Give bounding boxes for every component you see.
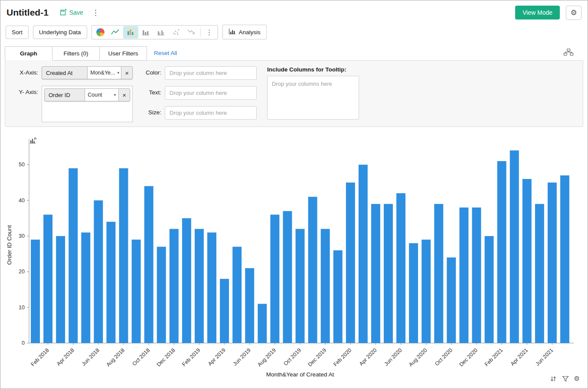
stacked-bar-chart-icon[interactable] bbox=[138, 26, 154, 39]
svg-text:Feb 2019: Feb 2019 bbox=[181, 347, 201, 367]
chart-settings-icon[interactable]: ⚙ bbox=[574, 375, 580, 383]
tab-bar: Graph Filters (0) User Filters Reset All bbox=[0, 46, 588, 60]
svg-text:Apr 2019: Apr 2019 bbox=[207, 347, 227, 367]
pie-chart-icon[interactable] bbox=[93, 26, 108, 39]
svg-text:30: 30 bbox=[19, 233, 25, 239]
chart-tools: ⚙ bbox=[550, 375, 580, 383]
svg-text:Apr 2020: Apr 2020 bbox=[358, 347, 378, 367]
svg-text:Dec 2020: Dec 2020 bbox=[458, 347, 479, 368]
svg-text:Feb 2020: Feb 2020 bbox=[332, 347, 353, 367]
text-label: Text: bbox=[143, 86, 161, 96]
analysis-button[interactable]: Analysis bbox=[222, 25, 267, 39]
chart-config-panel: X-Axis: Created At Mon&Ye... ▾ × Y- Axis… bbox=[5, 60, 583, 127]
chart-sort-icon[interactable] bbox=[550, 376, 557, 382]
tab-graph[interactable]: Graph bbox=[5, 46, 52, 61]
svg-text:Oct 2020: Oct 2020 bbox=[434, 347, 454, 367]
svg-text:Jun 2019: Jun 2019 bbox=[232, 347, 252, 367]
chevron-down-icon: ▾ bbox=[117, 71, 119, 75]
svg-text:Aug 2018: Aug 2018 bbox=[105, 347, 126, 368]
top-header: Untitled-1 Save ⋮ View Mode ⚙ bbox=[0, 0, 588, 23]
y-axis-function-value: Count bbox=[88, 92, 102, 98]
svg-text:Oct 2019: Oct 2019 bbox=[282, 347, 302, 367]
svg-text:Month&Year of Created At: Month&Year of Created At bbox=[266, 371, 334, 378]
color-placeholder: Drop your column here bbox=[170, 70, 227, 76]
analysis-icon bbox=[229, 28, 236, 36]
tab-user-filters[interactable]: User Filters bbox=[99, 46, 147, 61]
save-button[interactable]: Save bbox=[60, 9, 83, 17]
svg-text:Aug 2019: Aug 2019 bbox=[256, 347, 277, 368]
svg-text:Jun 2018: Jun 2018 bbox=[81, 347, 101, 367]
settings-button[interactable]: ⚙ bbox=[566, 6, 581, 20]
bar-chart[interactable]: 01020304050Feb 2018Apr 2018Jun 2018Aug 2… bbox=[6, 130, 583, 380]
svg-text:Feb 2021: Feb 2021 bbox=[483, 347, 504, 367]
svg-text:20: 20 bbox=[19, 269, 25, 275]
hierarchy-icon[interactable] bbox=[563, 49, 574, 58]
grouped-bar-chart-icon[interactable] bbox=[154, 26, 169, 39]
svg-text:Jun 2020: Jun 2020 bbox=[383, 347, 403, 367]
svg-text:Feb 2018: Feb 2018 bbox=[29, 347, 50, 367]
size-label: Size: bbox=[143, 106, 161, 116]
tooltip-column: Include Columns for Tooltip: Drop your c… bbox=[267, 66, 359, 120]
encoding-column: Color: Drop your column here Text: Drop … bbox=[143, 66, 257, 120]
svg-text:Apr 2021: Apr 2021 bbox=[510, 347, 529, 367]
svg-text:Jun 2021: Jun 2021 bbox=[534, 347, 554, 367]
save-icon bbox=[60, 9, 67, 17]
tab-filters[interactable]: Filters (0) bbox=[52, 46, 100, 61]
color-dropzone[interactable]: Drop your column here bbox=[165, 66, 257, 80]
y-axis-field-pill[interactable]: Order ID Count ▾ × bbox=[44, 88, 130, 101]
size-dropzone[interactable]: Drop your column here bbox=[165, 106, 257, 120]
chart-toolbar: Sort Underlying Data bbox=[0, 23, 588, 43]
sort-button[interactable]: Sort bbox=[6, 26, 29, 39]
y-axis-dropzone[interactable]: Order ID Count ▾ × bbox=[42, 86, 133, 122]
underlying-data-button[interactable]: Underlying Data bbox=[33, 26, 87, 39]
reset-all-link[interactable]: Reset All bbox=[154, 50, 177, 56]
chart-area: 01020304050Feb 2018Apr 2018Jun 2018Aug 2… bbox=[6, 130, 582, 386]
size-placeholder: Drop your column here bbox=[170, 110, 227, 116]
text-placeholder: Drop your column here bbox=[170, 90, 227, 96]
y-axis-function-select[interactable]: Count ▾ bbox=[85, 89, 118, 101]
title-more-icon[interactable]: ⋮ bbox=[89, 9, 102, 16]
tooltip-placeholder: Drop your columns here bbox=[272, 81, 332, 87]
svg-text:10: 10 bbox=[19, 305, 25, 311]
y-axis-remove-icon[interactable]: × bbox=[118, 89, 130, 101]
chevron-down-icon: ▾ bbox=[114, 93, 116, 97]
svg-text:Dec 2019: Dec 2019 bbox=[307, 347, 328, 368]
x-axis-field-name: Created At bbox=[42, 67, 87, 79]
scatter-chart-icon[interactable] bbox=[169, 26, 184, 39]
save-label: Save bbox=[69, 9, 83, 16]
svg-text:40: 40 bbox=[19, 198, 25, 204]
x-axis-remove-icon[interactable]: × bbox=[121, 67, 132, 79]
view-mode-button[interactable]: View Mode bbox=[515, 6, 560, 19]
x-axis-field-pill[interactable]: Created At Mon&Ye... ▾ × bbox=[42, 66, 133, 79]
color-label: Color: bbox=[143, 66, 161, 76]
text-dropzone[interactable]: Drop your column here bbox=[165, 86, 257, 100]
bar-chart-icon[interactable] bbox=[123, 26, 138, 39]
y-axis-field-name: Order ID bbox=[45, 89, 85, 101]
line-chart-icon[interactable] bbox=[108, 26, 123, 39]
x-axis-label: X-Axis: bbox=[9, 66, 38, 76]
x-axis-function-value: Mon&Ye... bbox=[90, 70, 115, 76]
more-chart-types-icon[interactable]: ⋮ bbox=[202, 28, 217, 36]
svg-text:Order ID Count: Order ID Count bbox=[6, 225, 13, 265]
axis-config-column: X-Axis: Created At Mon&Ye... ▾ × Y- Axis… bbox=[9, 66, 133, 120]
funnel-chart-icon[interactable] bbox=[184, 26, 199, 39]
report-title: Untitled-1 bbox=[7, 7, 49, 18]
y-axis-label: Y- Axis: bbox=[9, 86, 38, 95]
svg-text:Aug 2020: Aug 2020 bbox=[408, 347, 428, 368]
svg-text:Oct 2018: Oct 2018 bbox=[131, 347, 151, 367]
svg-text:0: 0 bbox=[22, 340, 25, 346]
chart-filter-icon[interactable] bbox=[562, 376, 569, 382]
app-window: Untitled-1 Save ⋮ View Mode ⚙ Sort Under… bbox=[0, 0, 588, 389]
x-axis-function-select[interactable]: Mon&Ye... ▾ bbox=[87, 67, 121, 79]
svg-text:Dec 2018: Dec 2018 bbox=[156, 347, 176, 368]
chart-type-group: ⋮ bbox=[91, 25, 218, 39]
svg-text:Apr 2018: Apr 2018 bbox=[56, 347, 75, 367]
gear-icon: ⚙ bbox=[570, 8, 577, 17]
axis-settings-icon[interactable] bbox=[29, 136, 38, 146]
analysis-label: Analysis bbox=[239, 29, 261, 36]
svg-text:50: 50 bbox=[19, 162, 25, 168]
tooltip-columns-label: Include Columns for Tooltip: bbox=[267, 66, 359, 73]
tooltip-dropzone[interactable]: Drop your columns here bbox=[267, 76, 359, 120]
